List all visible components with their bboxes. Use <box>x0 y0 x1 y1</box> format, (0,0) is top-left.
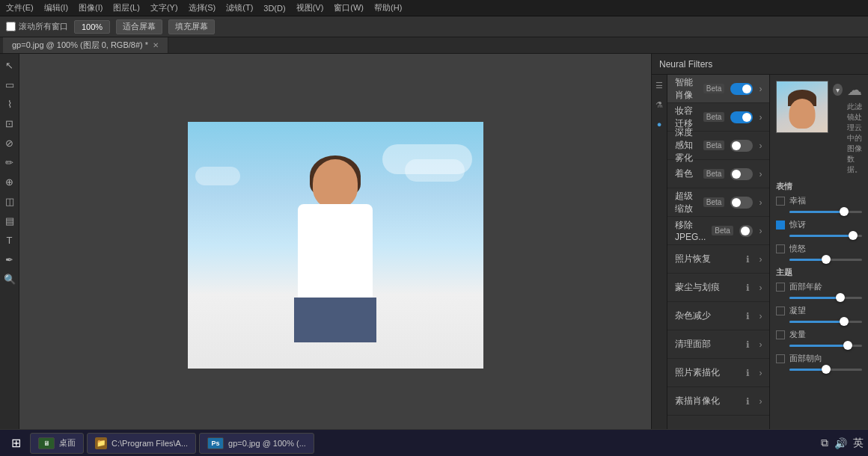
person-body <box>298 204 373 309</box>
menu-item-help[interactable]: 帮助(H) <box>374 2 402 13</box>
neural-filters-panel: Neural Filters ☰ ⚗ ● 智能肖像 Beta › <box>651 54 868 437</box>
age-checkbox[interactable] <box>776 283 785 292</box>
face-direction-row: 面部朝向 <box>776 353 862 364</box>
toggle-super-zoom[interactable] <box>730 197 753 209</box>
age-label: 面部年龄 <box>789 281 862 292</box>
filter-item-portrait[interactable]: 智能肖像 Beta › <box>667 75 769 103</box>
taskbar-sys-icons: ⧉ 🔊 英 <box>821 437 864 450</box>
gaze-thumb[interactable] <box>840 317 849 326</box>
menu-item-select[interactable]: 选择(S) <box>189 2 216 13</box>
move-tool-icon[interactable]: ↖ <box>1 57 18 73</box>
zoom-tool-icon[interactable]: 🔍 <box>1 271 18 287</box>
surprise-thumb[interactable] <box>849 231 858 240</box>
hair-thumb[interactable] <box>843 341 852 350</box>
menu-item-view[interactable]: 视图(V) <box>296 2 324 13</box>
active-filter-icon[interactable]: ● <box>652 117 667 132</box>
surprise-checkbox[interactable] <box>776 221 785 229</box>
filter-item-remove-jpeg[interactable]: 移除 JPEG... Beta › <box>667 217 769 245</box>
document-tab[interactable]: gp=0.jpg @ 100% (图层 0, RGB/8#) * ✕ <box>3 37 168 53</box>
gaze-label: 凝望 <box>789 305 862 316</box>
pen-tool-icon[interactable]: ✒ <box>1 251 18 268</box>
filter-list-icon[interactable]: ☰ <box>652 78 667 93</box>
taskbar-desktop[interactable]: 🖥 桌面 <box>30 433 84 454</box>
happiness-slider-container <box>776 211 862 213</box>
toggle-depth-fog[interactable] <box>730 140 753 152</box>
gaze-slider-container <box>776 321 862 323</box>
toggle-remove-jpeg[interactable] <box>739 225 753 237</box>
arrow-icon-3: › <box>759 169 762 179</box>
anger-thumb[interactable] <box>822 255 831 264</box>
happiness-checkbox[interactable] <box>776 197 785 206</box>
filter-item-depth-fog[interactable]: 深度感知雾化 Beta › <box>667 132 769 160</box>
portrait-dropdown-btn[interactable]: ▾ <box>833 84 843 96</box>
gaze-checkbox[interactable] <box>776 306 785 315</box>
menu-item-filter[interactable]: 滤镜(T) <box>226 2 253 13</box>
scroll-all-checkbox[interactable] <box>6 22 16 31</box>
fill-screen-button[interactable]: 填充屏幕 <box>168 19 215 34</box>
menu-item-image[interactable]: 图像(I) <box>79 2 103 13</box>
toolbar: 滚动所有窗口 适合屏幕 填充屏幕 <box>0 16 868 37</box>
arrow-icon-10: › <box>759 368 762 378</box>
ps-icon: Ps <box>207 437 224 449</box>
face-direction-thumb[interactable] <box>822 365 831 374</box>
arrow-icon-9: › <box>759 339 762 350</box>
toggle-portrait[interactable] <box>730 83 753 95</box>
age-thumb[interactable] <box>836 293 845 302</box>
brush-tool-icon[interactable]: ✏ <box>1 154 18 170</box>
taskbar-volume-icon[interactable]: 🔊 <box>834 437 847 449</box>
lasso-tool-icon[interactable]: ⌇ <box>1 96 18 112</box>
arrow-icon-8: › <box>759 311 762 321</box>
menu-item-file[interactable]: 文件(E) <box>6 2 34 13</box>
surprise-slider-container <box>776 235 862 237</box>
clone-tool-icon[interactable]: ⊕ <box>1 173 18 190</box>
anger-checkbox[interactable] <box>776 244 785 253</box>
crop-tool-icon[interactable]: ⊡ <box>1 115 18 132</box>
toggle-colorize[interactable] <box>730 168 753 180</box>
surprise-track <box>789 235 862 237</box>
search-icon[interactable]: ⚗ <box>652 97 667 112</box>
filter-item-restore[interactable]: 照片恢复 ℹ › <box>667 245 769 274</box>
menu-item-window[interactable]: 窗口(W) <box>334 2 364 13</box>
filter-item-clean-face[interactable]: 清理面部 ℹ › <box>667 330 769 359</box>
panel-title: Neural Filters <box>652 54 868 75</box>
filter-item-portrait-sketch[interactable]: 素描肖像化 ℹ › <box>667 387 769 416</box>
happiness-thumb[interactable] <box>840 207 849 216</box>
menu-item-layer[interactable]: 图层(L) <box>113 2 139 13</box>
scroll-all-label[interactable]: 滚动所有窗口 <box>6 21 68 32</box>
eraser-tool-icon[interactable]: ◫ <box>1 193 18 209</box>
hair-row: 发量 <box>776 329 862 340</box>
filter-item-noise[interactable]: 杂色减少 ℹ › <box>667 302 769 330</box>
gradient-tool-icon[interactable]: ▤ <box>1 212 18 229</box>
taskbar-folder[interactable]: 📁 C:\Program Files\A... <box>87 433 196 454</box>
tab-close-icon[interactable]: ✕ <box>153 41 159 49</box>
girl-figure <box>268 159 403 369</box>
face-direction-track <box>789 369 862 371</box>
taskbar-multiwindow-icon[interactable]: ⧉ <box>821 437 828 449</box>
taskbar-ime-icon[interactable]: 英 <box>853 437 864 450</box>
filter-item-super-zoom[interactable]: 超级缩放 Beta › <box>667 188 769 217</box>
filter-item-dust[interactable]: 蒙尘与划痕 ℹ › <box>667 274 769 302</box>
age-row: 面部年龄 <box>776 281 862 292</box>
happiness-fill <box>789 211 843 213</box>
text-tool-icon[interactable]: T <box>1 232 18 248</box>
hair-checkbox[interactable] <box>776 330 785 339</box>
eyedropper-tool-icon[interactable]: ⊘ <box>1 135 18 151</box>
taskbar-ps[interactable]: Ps gp=0.jpg @ 100% (... <box>199 433 314 454</box>
folder-icon: 📁 <box>95 437 107 449</box>
surprise-fill <box>789 235 853 237</box>
gaze-track <box>789 321 862 323</box>
selection-tool-icon[interactable]: ▭ <box>1 76 18 93</box>
start-button[interactable]: ⊞ <box>4 432 27 455</box>
face-direction-checkbox[interactable] <box>776 354 785 363</box>
menu-item-3d[interactable]: 3D(D) <box>263 4 285 13</box>
age-track <box>789 297 862 299</box>
gaze-fill <box>789 321 843 323</box>
toggle-makeup[interactable] <box>730 111 753 123</box>
face-direction-fill <box>789 369 825 371</box>
fit-screen-button[interactable]: 适合屏幕 <box>116 19 162 34</box>
menu-item-edit[interactable]: 编辑(I) <box>44 2 68 13</box>
filter-item-sketch[interactable]: 照片素描化 ℹ › <box>667 359 769 387</box>
person-skirt <box>294 298 376 342</box>
menu-item-text[interactable]: 文字(Y) <box>150 2 178 13</box>
zoom-input[interactable] <box>74 20 110 34</box>
